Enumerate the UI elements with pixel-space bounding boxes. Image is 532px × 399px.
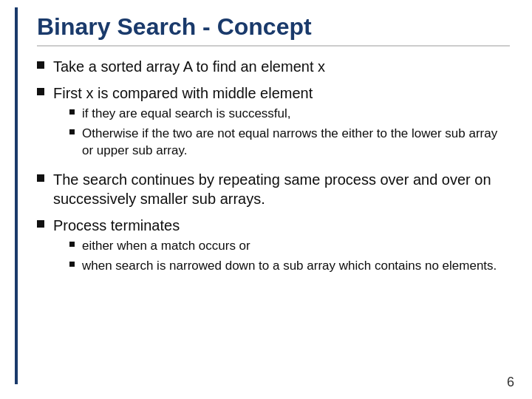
list-item-block: First x is compared with middle element … xyxy=(53,83,510,163)
sub-list-item: Otherwise if the two are not equal narro… xyxy=(69,126,510,160)
slide-title: Binary Search - Concept xyxy=(37,13,510,47)
sub-bullet-icon xyxy=(69,242,75,247)
main-bullet-list: Take a sorted array A to find an element… xyxy=(37,57,510,278)
list-item-text: Take a sorted array A to find an element… xyxy=(53,57,510,76)
list-item: First x is compared with middle element … xyxy=(37,83,510,163)
sub-bullet-icon xyxy=(69,129,75,134)
sub-list-item-text: Otherwise if the two are not equal narro… xyxy=(82,126,510,160)
sub-bullet-list: either when a match occurs or when searc… xyxy=(69,238,510,275)
list-item: The search continues by repeating same p… xyxy=(37,170,510,208)
list-item-text: The search continues by repeating same p… xyxy=(53,170,510,208)
sub-list-item: when search is narrowed down to a sub ar… xyxy=(69,258,510,275)
sub-list-item-text: either when a match occurs or xyxy=(82,238,510,255)
sub-list-item-text: if they are equal search is successful, xyxy=(82,106,510,123)
bullet-icon xyxy=(37,220,44,228)
sub-bullet-list: if they are equal search is successful, … xyxy=(69,106,510,160)
list-item-text: Process terminates xyxy=(53,217,180,233)
bullet-icon xyxy=(37,61,44,69)
slide-content: Binary Search - Concept Take a sorted ar… xyxy=(37,13,510,278)
list-item-block: Process terminates either when a match o… xyxy=(53,216,510,278)
page-number: 6 xyxy=(507,375,514,390)
list-item: Take a sorted array A to find an element… xyxy=(37,57,510,76)
bullet-icon xyxy=(37,174,44,182)
slide: Binary Search - Concept Take a sorted ar… xyxy=(0,0,532,399)
list-item: Process terminates either when a match o… xyxy=(37,216,510,278)
bullet-icon xyxy=(37,88,44,95)
sub-list-item: either when a match occurs or xyxy=(69,238,510,255)
sub-list-item: if they are equal search is successful, xyxy=(69,106,510,123)
sub-bullet-icon xyxy=(69,109,75,115)
sub-bullet-icon xyxy=(69,262,75,267)
sub-list-item-text: when search is narrowed down to a sub ar… xyxy=(82,258,510,275)
list-item-text: First x is compared with middle element xyxy=(53,85,313,101)
left-border-decoration xyxy=(15,7,18,384)
